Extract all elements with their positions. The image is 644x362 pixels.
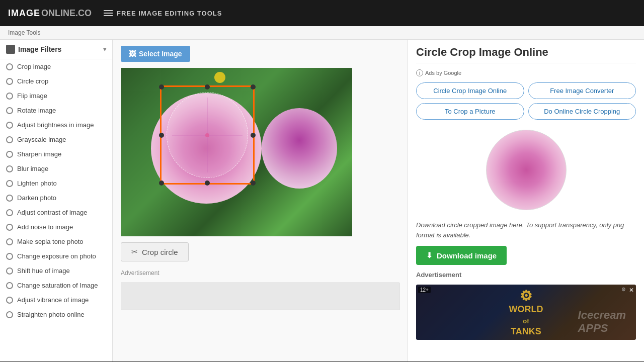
breadcrumb-text: Image Tools bbox=[8, 29, 40, 36]
sidebar-item[interactable]: Straighten photo online bbox=[0, 307, 112, 322]
ads-by-google: i Ads by Google bbox=[416, 69, 636, 76]
sidebar-item[interactable]: Adjust brightness in image bbox=[0, 118, 112, 132]
nav-menu-label: FREE IMAGE EDITING TOOLS bbox=[117, 10, 222, 17]
download-icon: ⬇ bbox=[426, 251, 433, 260]
sidebar-item[interactable]: Add noise to image bbox=[0, 220, 112, 234]
main-layout: Image Filters ▾ Crop imageCircle cropFli… bbox=[0, 40, 644, 361]
sidebar-item[interactable]: Circle crop bbox=[0, 74, 112, 88]
sidebar-item-label: Darken photo bbox=[17, 194, 56, 202]
sidebar-item[interactable]: Lighten photo bbox=[0, 176, 112, 191]
sidebar-dot-icon bbox=[6, 195, 13, 202]
ad-buttons-grid: Circle Crop Image OnlineFree Image Conve… bbox=[416, 82, 636, 120]
sidebar-item-label: Flip image bbox=[17, 92, 47, 100]
advertisement-label: Advertisement bbox=[121, 269, 399, 277]
brand-online-text: ONLINE.CO bbox=[41, 8, 92, 19]
top-navigation: IMAGE ONLINE.CO FREE IMAGE EDITING TOOLS bbox=[0, 0, 644, 26]
sidebar-item-label: Change saturation of Image bbox=[17, 282, 98, 289]
sidebar-item[interactable]: Shift hue of image bbox=[0, 263, 112, 278]
ad-settings-icon[interactable]: ⚙ bbox=[621, 287, 626, 292]
sidebar-dot-icon bbox=[6, 297, 13, 304]
crop-handle-bottom-right[interactable] bbox=[251, 180, 256, 186]
sidebar-dot-icon bbox=[6, 107, 13, 114]
sidebar-item-label: Blur image bbox=[17, 165, 48, 172]
sidebar-item-label: Make sepia tone photo bbox=[17, 238, 84, 245]
chevron-down-icon: ▾ bbox=[103, 46, 106, 53]
brand-image-text: IMAGE bbox=[8, 8, 40, 19]
sidebar-dot-icon bbox=[6, 282, 13, 289]
crop-handle-top-left[interactable] bbox=[159, 84, 164, 89]
age-badge: 12+ bbox=[418, 287, 431, 293]
yellow-drag-handle[interactable] bbox=[214, 72, 225, 83]
crop-handle-bottom-left[interactable] bbox=[159, 180, 164, 186]
flower-background bbox=[121, 68, 352, 236]
nav-menu-button[interactable]: FREE IMAGE EDITING TOOLS bbox=[104, 10, 222, 17]
sidebar-item[interactable]: Change saturation of Image bbox=[0, 278, 112, 293]
ad-close-icon[interactable]: ✕ bbox=[629, 287, 634, 294]
sidebar-dot-icon bbox=[6, 63, 13, 70]
ad-button[interactable]: Free Image Converter bbox=[528, 82, 636, 99]
flower-secondary bbox=[262, 108, 337, 189]
sidebar-dot-icon bbox=[6, 78, 13, 85]
sidebar-dot-icon bbox=[6, 209, 13, 216]
sidebar-item[interactable]: Make sepia tone photo bbox=[0, 234, 112, 249]
crop-circle-button[interactable]: ✂ Crop circle bbox=[121, 242, 189, 261]
select-image-container: 🖼 Select Image bbox=[121, 46, 399, 62]
sidebar-dot-icon bbox=[6, 267, 13, 275]
crop-icon: ✂ bbox=[131, 247, 138, 256]
sidebar-item-label: Crop image bbox=[17, 63, 51, 70]
sidebar-item-label: Add noise to image bbox=[17, 223, 73, 231]
sidebar-item-label: Change exposure on photo bbox=[17, 252, 96, 260]
sidebar-item-label: Adjust contrast of image bbox=[17, 209, 87, 216]
sidebar-dot-icon bbox=[6, 253, 13, 260]
sidebar-item[interactable]: Grayscale image bbox=[0, 132, 112, 147]
sidebar-item[interactable]: Darken photo bbox=[0, 191, 112, 205]
ads-label: Ads by Google bbox=[425, 70, 461, 76]
crop-handle-middle-left[interactable] bbox=[159, 133, 164, 138]
circle-preview-container bbox=[416, 126, 636, 214]
right-advertisement-label: Advertisement bbox=[416, 271, 636, 279]
wot-advertisement: 12+ ⚙ ✕ ⚙ WORLDofTANKS Icecream APPS bbox=[416, 285, 636, 340]
sidebar-item-label: Lighten photo bbox=[17, 179, 57, 187]
sidebar-item-label: Straighten photo online bbox=[17, 311, 85, 318]
crop-handle-top-center[interactable] bbox=[205, 84, 210, 89]
sidebar-item[interactable]: Rotate image bbox=[0, 103, 112, 118]
brand-logo[interactable]: IMAGE ONLINE.CO bbox=[8, 8, 92, 19]
sidebar: Image Filters ▾ Crop imageCircle cropFli… bbox=[0, 40, 113, 361]
download-button[interactable]: ⬇ Download image bbox=[416, 246, 507, 265]
sidebar-section-header[interactable]: Image Filters ▾ bbox=[0, 40, 112, 59]
crop-handle-bottom-center[interactable] bbox=[205, 180, 210, 186]
sidebar-item[interactable]: Change exposure on photo bbox=[0, 249, 112, 263]
sidebar-item[interactable]: Crop image bbox=[0, 59, 112, 74]
sidebar-dot-icon bbox=[6, 180, 13, 187]
sidebar-item[interactable]: Sharpen image bbox=[0, 147, 112, 161]
crop-box[interactable] bbox=[160, 85, 255, 185]
sidebar-item[interactable]: Blur image bbox=[0, 161, 112, 176]
sidebar-item-label: Circle crop bbox=[17, 77, 48, 85]
image-icon: 🖼 bbox=[129, 50, 136, 58]
sidebar-dot-icon bbox=[6, 136, 13, 143]
crop-circle-container: ✂ Crop circle bbox=[121, 242, 399, 261]
sidebar-dot-icon bbox=[6, 165, 13, 172]
select-image-label: Select Image bbox=[139, 50, 182, 58]
sidebar-item-label: Adjust brightness in image bbox=[17, 121, 94, 129]
sidebar-item-label: Rotate image bbox=[17, 107, 56, 114]
sidebar-dot-icon bbox=[6, 224, 13, 231]
ad-button[interactable]: Do Online Circle Cropping bbox=[528, 103, 636, 120]
crop-handle-top-right[interactable] bbox=[251, 84, 256, 89]
crop-handle-middle-right[interactable] bbox=[251, 133, 256, 138]
right-panel: Circle Crop Image Online i Ads by Google… bbox=[408, 40, 644, 361]
sidebar-dot-icon bbox=[6, 122, 13, 129]
ad-button[interactable]: To Crop a Picture bbox=[416, 103, 524, 120]
sidebar-item[interactable]: Flip image bbox=[0, 88, 112, 103]
sidebar-item[interactable]: Adjust contrast of image bbox=[0, 205, 112, 220]
select-image-button[interactable]: 🖼 Select Image bbox=[121, 46, 190, 62]
hamburger-icon bbox=[104, 10, 113, 16]
panel-title: Circle Crop Image Online bbox=[416, 46, 636, 63]
ad-button[interactable]: Circle Crop Image Online bbox=[416, 82, 524, 99]
sidebar-item[interactable]: Adjust vibrance of image bbox=[0, 293, 112, 307]
sidebar-item-label: Sharpen image bbox=[17, 150, 61, 158]
sidebar-items-list: Crop imageCircle cropFlip imageRotate im… bbox=[0, 59, 112, 322]
panel-description: Download circle cropped image here. To s… bbox=[416, 220, 636, 240]
wot-overlay-text: Icecream APPS bbox=[578, 309, 626, 335]
main-content: 🖼 Select Image bbox=[113, 40, 408, 361]
